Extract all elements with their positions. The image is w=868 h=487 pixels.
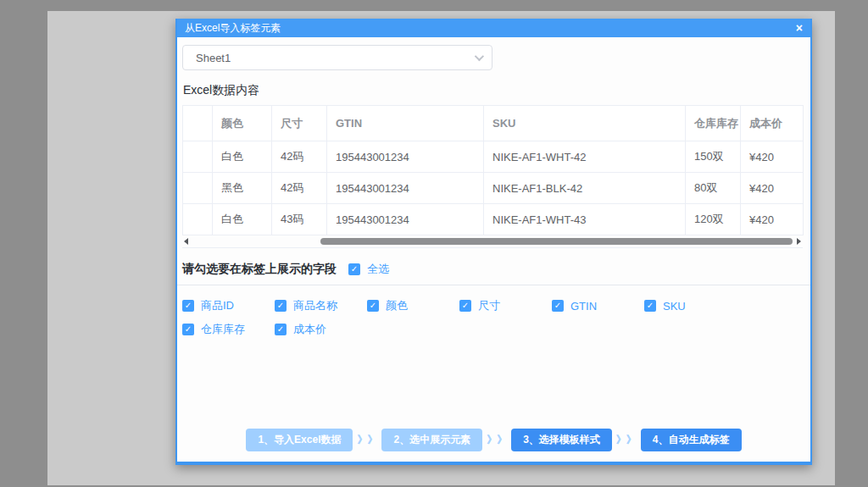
step-buttons-bar: 1、导入Excel数据》》2、选中展示元素》》3、选择模板样式》》4、自动生成标… [177,429,810,451]
field-checkbox-item[interactable]: ✓商品ID [182,294,275,318]
scroll-left-arrow-icon[interactable] [184,238,188,245]
field-checkbox-item[interactable]: ✓成本价 [275,318,367,341]
column-header: 仓库库存 [686,106,741,141]
table-row: 白色42码195443001234NIKE-AF1-WHT-42150双¥420 [183,141,804,173]
column-header: GTIN [327,106,484,141]
table-cell: 黑色 [213,173,272,204]
double-chevron-icon: 》》 [487,433,507,447]
sheet-select-value: Sheet1 [196,52,231,64]
table-cell: 42码 [272,173,327,204]
field-checkbox-item[interactable]: ✓颜色 [367,294,459,318]
dialog-body: Sheet1 Excel数据内容 颜色尺寸GTINSKU仓库库存成本价 白色42… [177,37,810,462]
table-cell: 80双 [686,173,741,204]
table-row: 黑色42码195443001234NIKE-AF1-BLK-4280双¥420 [183,173,804,204]
table-cell [183,141,213,173]
double-chevron-icon: 》》 [357,433,377,447]
fields-grid: ✓商品ID✓商品名称✓颜色✓尺寸✓GTIN✓SKU✓仓库库存✓成本价 [182,285,805,341]
table-cell: NIKE-AF1-BLK-42 [484,173,686,204]
import-excel-dialog: 从Excel导入标签元素 × Sheet1 Excel数据内容 颜色尺寸GTIN… [175,19,812,465]
field-label: 颜色 [386,298,408,313]
table-cell: 白色 [213,141,272,173]
table-cell: 150双 [686,141,741,173]
column-header: 尺寸 [272,106,327,141]
table-header-row: 颜色尺寸GTINSKU仓库库存成本价 [183,106,804,141]
field-label: 尺寸 [478,298,500,313]
table-cell [183,173,213,204]
table-cell: ¥420 [741,141,804,173]
field-checkbox-item[interactable]: ✓仓库库存 [182,318,275,341]
fields-section-title: 请勾选要在标签上展示的字段 [182,262,337,277]
table-cell: 195443001234 [327,173,484,204]
double-chevron-icon: 》》 [616,433,637,447]
scroll-right-arrow-icon[interactable] [797,238,801,245]
table-cell: 195443001234 [327,141,484,173]
field-label: 商品ID [201,298,234,313]
chevron-down-icon [475,52,484,61]
checkbox-checked-icon: ✓ [275,324,287,335]
table-cell: 42码 [272,141,327,173]
checkbox-checked-icon: ✓ [275,300,287,312]
table-cell: 43码 [272,204,327,235]
close-icon[interactable]: × [796,22,803,34]
excel-data-table: 颜色尺寸GTINSKU仓库库存成本价 白色42码195443001234NIKE… [182,105,804,235]
horizontal-scrollbar[interactable] [182,235,803,248]
field-checkbox-item[interactable]: ✓SKU [644,294,737,318]
table-row: 白色43码195443001234NIKE-AF1-WHT-43120双¥420 [183,204,804,235]
table-cell: ¥420 [741,173,804,204]
field-label: SKU [663,300,686,313]
checkbox-checked-icon: ✓ [644,300,656,312]
scrollbar-thumb[interactable] [320,238,793,245]
checkbox-checked-icon: ✓ [182,300,194,312]
field-checkbox-item[interactable]: ✓商品名称 [275,294,367,318]
column-header [183,106,213,141]
field-label: GTIN [570,300,597,313]
step-button-4[interactable]: 4、自动生成标签 [641,429,742,451]
sheet-select[interactable]: Sheet1 [182,45,492,70]
step-button-1[interactable]: 1、导入Excel数据 [246,429,353,451]
table-cell: 195443001234 [327,204,484,235]
field-checkbox-item[interactable]: ✓尺寸 [459,294,552,318]
excel-data-section-title: Excel数据内容 [183,83,805,98]
step-button-3[interactable]: 3、选择模板样式 [511,429,612,451]
column-header: 成本价 [741,106,804,141]
table-cell: 白色 [213,204,272,235]
checkbox-checked-icon: ✓ [182,324,194,335]
field-label: 仓库库存 [201,322,245,337]
table-cell: ¥420 [741,204,804,235]
table-cell: 120双 [686,204,741,235]
select-all-checkbox[interactable]: ✓ 全选 [348,262,389,277]
checkbox-checked-icon: ✓ [552,300,564,312]
checkbox-checked-icon: ✓ [367,300,379,312]
fields-section-header: 请勾选要在标签上展示的字段 ✓ 全选 [182,262,805,277]
table-body: 白色42码195443001234NIKE-AF1-WHT-42150双¥420… [183,141,804,235]
table-cell: NIKE-AF1-WHT-43 [484,204,686,235]
checkbox-checked-icon: ✓ [348,263,360,275]
field-label: 商品名称 [293,298,337,313]
column-header: 颜色 [213,106,272,141]
table-cell [183,204,213,235]
select-all-label: 全选 [367,262,389,277]
dialog-header: 从Excel导入标签元素 × [177,19,810,37]
checkbox-checked-icon: ✓ [459,300,471,312]
column-header: SKU [484,106,686,141]
field-label: 成本价 [293,322,326,337]
step-button-2[interactable]: 2、选中展示元素 [381,429,482,451]
dialog-title: 从Excel导入标签元素 [185,21,281,36]
table-cell: NIKE-AF1-WHT-42 [484,141,686,173]
field-checkbox-item[interactable]: ✓GTIN [552,294,644,318]
